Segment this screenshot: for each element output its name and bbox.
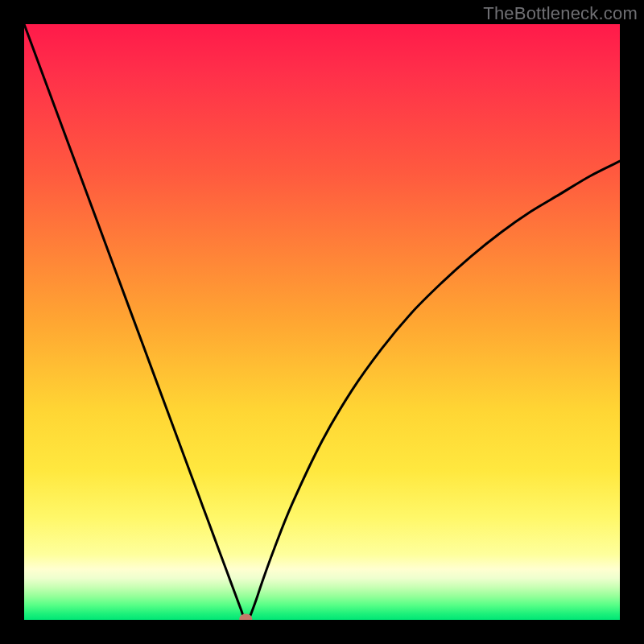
chart-frame: TheBottleneck.com [0, 0, 644, 644]
watermark-label: TheBottleneck.com [483, 3, 638, 24]
background-gradient [24, 24, 620, 620]
plot-area [24, 24, 620, 620]
